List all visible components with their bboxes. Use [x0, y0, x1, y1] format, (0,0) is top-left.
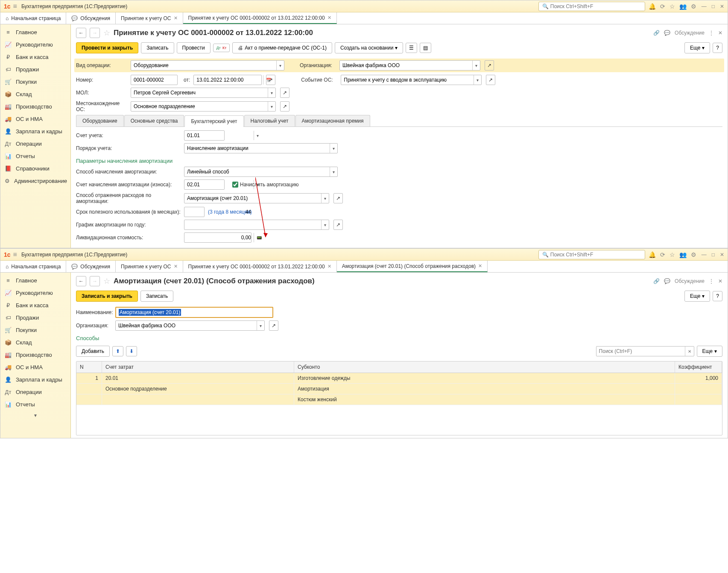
tab-discussions[interactable]: 💬 Обсуждения — [66, 261, 116, 272]
open-icon[interactable]: ↗ — [280, 101, 289, 112]
global-search[interactable]: 🔍 — [538, 2, 645, 11]
sidebar-item[interactable]: 📊Отчеты — [0, 398, 70, 411]
sidebar-item[interactable]: 📦Склад — [0, 336, 70, 349]
add-button[interactable]: Добавить — [76, 346, 110, 357]
useful-life-note[interactable]: (3 года 8 месяцев) — [208, 209, 252, 215]
sidebar-item[interactable]: ≡Главное — [0, 26, 70, 38]
clear-search-icon[interactable]: ✕ — [685, 347, 694, 356]
sidebar-item[interactable]: 📈Руководителю — [0, 287, 70, 299]
order-input[interactable] — [184, 144, 330, 153]
expense-method-input[interactable] — [184, 194, 321, 203]
dropdown-icon[interactable]: ▾ — [268, 102, 275, 111]
maximize-icon[interactable]: □ — [712, 252, 715, 258]
operation-type-input[interactable] — [131, 61, 276, 70]
users-icon[interactable]: 👥 — [679, 251, 687, 258]
dropdown-icon[interactable]: ▾ — [321, 194, 329, 203]
table-row[interactable]: 1 20.01 Изготовление одежды 1,000 — [76, 373, 722, 384]
history-icon[interactable]: ⟳ — [660, 251, 665, 258]
settings-icon[interactable]: ⚙ — [691, 3, 696, 10]
dropdown-icon[interactable]: ▾ — [257, 321, 264, 330]
liquidation-input[interactable] — [184, 233, 254, 242]
tab-doc-list[interactable]: Принятие к учету ОС ✕ — [116, 261, 183, 272]
dropdown-icon[interactable]: ▾ — [268, 88, 275, 97]
subtab[interactable]: Амортизационная премия — [295, 115, 370, 126]
col-n[interactable]: N — [76, 361, 102, 373]
organization-input[interactable] — [340, 61, 472, 70]
post-button[interactable]: Провести — [177, 42, 211, 53]
open-icon[interactable]: ↗ — [280, 88, 289, 98]
print-act-button[interactable]: 🖨 Акт о приеме-передаче ОС (ОС-1) — [232, 42, 332, 53]
open-icon[interactable]: ↗ — [269, 320, 278, 331]
close-icon[interactable]: ✕ — [720, 3, 724, 9]
help-button[interactable]: ? — [713, 43, 722, 53]
tab-close-icon[interactable]: ✕ — [327, 15, 331, 21]
save-and-close-button[interactable]: Записать и закрыть — [76, 291, 138, 302]
sidebar-item[interactable]: 🏷Продажи — [0, 63, 70, 76]
structure-button[interactable]: ☰ — [406, 43, 417, 53]
col-coefficient[interactable]: Коэффициент — [675, 361, 722, 373]
tab-doc[interactable]: Принятие к учету ОС 0001-000002 от 13.01… — [183, 261, 337, 272]
link-icon[interactable]: 🔗 — [653, 30, 660, 36]
sidebar-item[interactable]: 🛒Покупки — [0, 324, 70, 336]
create-based-button[interactable]: Создать на основании ▾ — [335, 42, 403, 53]
open-icon[interactable]: ↗ — [266, 75, 275, 85]
maximize-icon[interactable]: □ — [712, 3, 715, 9]
subtab[interactable]: Основные средства — [124, 115, 184, 126]
nav-back-button[interactable]: ← — [76, 276, 86, 286]
discuss-icon[interactable]: 💬 — [664, 278, 670, 284]
sidebar-item[interactable]: 🚚ОС и НМА — [0, 113, 70, 125]
sidebar-item[interactable]: ДтОперации — [0, 386, 70, 398]
location-input[interactable] — [131, 102, 268, 111]
main-menu-icon[interactable]: ≡ — [13, 251, 17, 259]
schedule-input[interactable] — [184, 220, 321, 229]
date-input[interactable] — [194, 75, 263, 85]
report-button[interactable]: ▤ — [420, 43, 431, 53]
main-menu-icon[interactable]: ≡ — [13, 3, 17, 10]
minimize-icon[interactable]: — — [702, 252, 707, 258]
open-icon[interactable]: ↗ — [333, 193, 343, 203]
sidebar-item[interactable]: ⚙Администрирование — [0, 175, 70, 187]
more-table-button[interactable]: Еще ▾ — [697, 346, 722, 357]
nav-back-button[interactable]: ← — [76, 28, 86, 38]
dropdown-icon[interactable]: ▾ — [321, 220, 329, 229]
sidebar-item[interactable]: ₽Банк и касса — [0, 299, 70, 311]
name-input[interactable]: Амортизация (счет 20.01) — [116, 308, 272, 317]
tab-amortization[interactable]: Амортизация (счет 20.01) (Способ отражен… — [337, 261, 488, 272]
close-panel-icon[interactable]: ✕ — [718, 278, 722, 284]
save-button[interactable]: Записать — [140, 291, 173, 302]
dropdown-icon[interactable]: ▾ — [276, 61, 284, 70]
history-icon[interactable]: ⟳ — [660, 3, 665, 10]
discuss-link[interactable]: Обсуждение — [675, 278, 705, 284]
star-icon[interactable]: ☆ — [670, 3, 675, 10]
sidebar-item[interactable]: 📕Справочники — [0, 162, 70, 175]
account-input[interactable] — [184, 131, 254, 140]
dt-kt-button[interactable]: ДтКт — [213, 44, 230, 52]
minimize-icon[interactable]: — — [702, 3, 707, 9]
search-input[interactable] — [550, 3, 641, 9]
tab-doc-active[interactable]: Принятие к учету ОС 0001-000002 от 13.01… — [183, 12, 337, 24]
calculator-icon[interactable]: 📟 — [254, 233, 264, 242]
move-down-button[interactable]: ⬇ — [126, 346, 137, 356]
sidebar-expand-icon[interactable]: ▾ — [0, 411, 70, 420]
tab-close-icon[interactable]: ✕ — [174, 264, 178, 269]
sidebar-item[interactable]: 📦Склад — [0, 88, 70, 100]
subtab[interactable]: Бухгалтерский учет — [184, 115, 243, 127]
users-icon[interactable]: 👥 — [679, 3, 687, 10]
sidebar-item[interactable]: 🏭Производство — [0, 349, 70, 361]
subtab[interactable]: Оборудование — [76, 115, 124, 126]
nav-forward-button[interactable]: → — [90, 28, 100, 38]
open-icon[interactable]: ↗ — [485, 60, 494, 71]
global-search[interactable]: 🔍 — [538, 250, 645, 259]
settings-icon[interactable]: ⚙ — [691, 251, 696, 258]
tab-discussions[interactable]: 💬 Обсуждения — [66, 12, 116, 24]
more-icon[interactable]: ⋮ — [709, 30, 714, 36]
dropdown-icon[interactable]: ▾ — [330, 144, 337, 153]
discuss-icon[interactable]: 💬 — [664, 30, 670, 36]
sidebar-item[interactable]: 🏭Производство — [0, 100, 70, 113]
sidebar-item[interactable]: 👤Зарплата и кадры — [0, 125, 70, 138]
dropdown-icon[interactable]: ▾ — [330, 167, 337, 176]
open-icon[interactable]: ↗ — [486, 75, 495, 85]
bell-icon[interactable]: 🔔 — [649, 251, 656, 258]
mol-input[interactable] — [131, 88, 268, 97]
discuss-link[interactable]: Обсуждение — [675, 30, 705, 36]
